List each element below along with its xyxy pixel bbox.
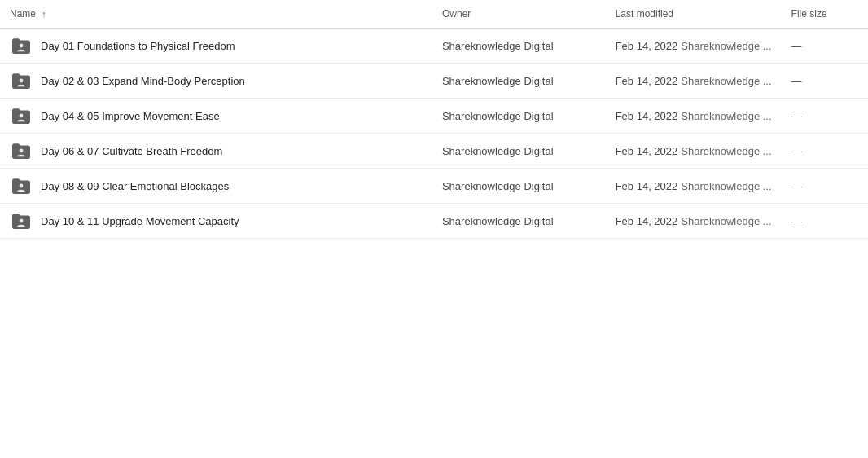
modified-date: Feb 14, 2022 xyxy=(616,75,678,87)
modified-cell: Feb 14, 2022Shareknowledge ... xyxy=(606,29,782,64)
folder-shared-icon xyxy=(10,212,33,230)
modified-date: Feb 14, 2022 xyxy=(616,180,678,192)
size-column-header: File size xyxy=(782,0,868,29)
modified-cell: Feb 14, 2022Shareknowledge ... xyxy=(606,134,782,169)
modified-date: Feb 14, 2022 xyxy=(616,110,678,122)
folder-shared-icon xyxy=(10,37,33,55)
svg-point-2 xyxy=(20,114,24,118)
size-cell: — xyxy=(782,64,868,99)
file-name: Day 02 & 03 Expand Mind-Body Perception xyxy=(41,75,245,87)
modified-user: Shareknowledge ... xyxy=(681,75,771,87)
owner-cell: Shareknowledge Digital xyxy=(432,169,606,204)
size-cell: — xyxy=(782,29,868,64)
name-label: Name xyxy=(10,8,36,20)
table-row[interactable]: Day 10 & 11 Upgrade Movement Capacity Sh… xyxy=(0,204,868,239)
owner-cell: Shareknowledge Digital xyxy=(432,99,606,134)
name-cell[interactable]: Day 06 & 07 Cultivate Breath Freedom xyxy=(0,134,432,169)
table-row[interactable]: Day 02 & 03 Expand Mind-Body Perception … xyxy=(0,64,868,99)
file-name: Day 01 Foundations to Physical Freedom xyxy=(41,40,235,52)
name-cell[interactable]: Day 02 & 03 Expand Mind-Body Perception xyxy=(0,64,432,99)
folder-shared-icon xyxy=(10,142,33,160)
modified-cell: Feb 14, 2022Shareknowledge ... xyxy=(606,204,782,239)
name-cell[interactable]: Day 04 & 05 Improve Movement Ease xyxy=(0,99,432,134)
name-cell[interactable]: Day 01 Foundations to Physical Freedom xyxy=(0,29,432,64)
folder-shared-icon xyxy=(10,177,33,195)
modified-cell: Feb 14, 2022Shareknowledge ... xyxy=(606,64,782,99)
modified-date: Feb 14, 2022 xyxy=(616,145,678,157)
owner-cell: Shareknowledge Digital xyxy=(432,134,606,169)
size-cell: — xyxy=(782,134,868,169)
folder-shared-icon xyxy=(10,107,33,125)
table-row[interactable]: Day 04 & 05 Improve Movement Ease Sharek… xyxy=(0,99,868,134)
svg-point-1 xyxy=(20,79,24,83)
modified-user: Shareknowledge ... xyxy=(681,180,771,192)
owner-cell: Shareknowledge Digital xyxy=(432,64,606,99)
file-name: Day 06 & 07 Cultivate Breath Freedom xyxy=(41,145,222,157)
modified-user: Shareknowledge ... xyxy=(681,215,771,227)
modified-date: Feb 14, 2022 xyxy=(616,40,678,52)
modified-column-header: Last modified xyxy=(606,0,782,29)
owner-cell: Shareknowledge Digital xyxy=(432,29,606,64)
modified-user: Shareknowledge ... xyxy=(681,110,771,122)
folder-shared-icon xyxy=(10,72,33,90)
svg-point-5 xyxy=(20,219,24,223)
size-cell: — xyxy=(782,169,868,204)
file-name: Day 04 & 05 Improve Movement Ease xyxy=(41,110,220,122)
svg-point-4 xyxy=(20,184,24,188)
owner-cell: Shareknowledge Digital xyxy=(432,204,606,239)
sort-icon: ↑ xyxy=(42,9,46,19)
owner-column-header: Owner xyxy=(432,0,606,29)
file-list-table: Name ↑ Owner Last modified File size xyxy=(0,0,868,239)
table-row[interactable]: Day 01 Foundations to Physical Freedom S… xyxy=(0,29,868,64)
size-cell: — xyxy=(782,204,868,239)
modified-user: Shareknowledge ... xyxy=(681,40,771,52)
name-column-header[interactable]: Name ↑ xyxy=(0,0,432,29)
svg-point-3 xyxy=(20,149,24,153)
size-cell: — xyxy=(782,99,868,134)
modified-cell: Feb 14, 2022Shareknowledge ... xyxy=(606,169,782,204)
table-row[interactable]: Day 06 & 07 Cultivate Breath Freedom Sha… xyxy=(0,134,868,169)
svg-point-0 xyxy=(20,44,24,48)
name-cell[interactable]: Day 10 & 11 Upgrade Movement Capacity xyxy=(0,204,432,239)
modified-date: Feb 14, 2022 xyxy=(616,215,678,227)
name-cell[interactable]: Day 08 & 09 Clear Emotional Blockages xyxy=(0,169,432,204)
file-name: Day 08 & 09 Clear Emotional Blockages xyxy=(41,180,229,192)
modified-user: Shareknowledge ... xyxy=(681,145,771,157)
file-name: Day 10 & 11 Upgrade Movement Capacity xyxy=(41,215,239,227)
table-row[interactable]: Day 08 & 09 Clear Emotional Blockages Sh… xyxy=(0,169,868,204)
modified-cell: Feb 14, 2022Shareknowledge ... xyxy=(606,99,782,134)
